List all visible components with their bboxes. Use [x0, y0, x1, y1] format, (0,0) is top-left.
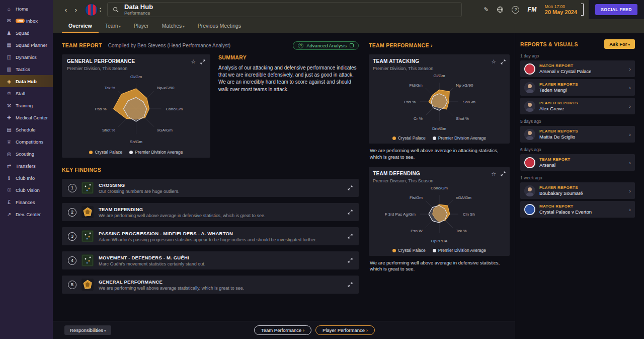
sidebar-item-finances[interactable]: £ Finances: [0, 196, 53, 208]
tab-overview[interactable]: Overview: [62, 19, 99, 33]
forward-button[interactable]: [71, 4, 81, 15]
report-name: Arsenal v Crystal Palace: [539, 69, 591, 74]
report-name: Boubakary Soumaré: [539, 190, 583, 196]
report-item-crystal-palace-v-everton[interactable]: MATCH REPORT Crystal Palace v Everton: [520, 201, 635, 218]
sidebar-item-competitions[interactable]: ♕ Competitions: [0, 135, 53, 148]
medical-icon: ✚: [6, 115, 13, 120]
key-finding-row[interactable]: 2 TEAM DEFENDING We are performing well …: [62, 203, 359, 221]
crystal-palace-crest-icon[interactable]: [85, 4, 98, 16]
title-bar: Data Hub Performance FM Mon 17:00 20 May…: [53, 0, 644, 19]
globe-icon[interactable]: [497, 6, 504, 13]
key-finding-row[interactable]: 4 MOVEMENT - DEFENDERS - M. GUÉHI Marc G…: [62, 251, 359, 269]
sidebar-item-dev-center[interactable]: ↗ Dev. Center: [0, 208, 53, 220]
card-title: TEAM ATTACKING: [373, 58, 419, 64]
key-finding-row[interactable]: 5 GENERAL PERFORMANCE We are performing …: [62, 276, 359, 294]
expand-icon[interactable]: [348, 185, 353, 190]
favourite-star-icon[interactable]: [191, 58, 196, 65]
card-subtitle: Premier Division, This Season: [373, 66, 506, 71]
club-info-icon: ℹ: [6, 175, 13, 181]
sidebar-item-label: Competitions: [16, 139, 43, 145]
expand-icon[interactable]: [348, 282, 353, 287]
sidebar-item-label: Club Vision: [16, 187, 40, 193]
report-item-alex-greive[interactable]: PLAYER REPORTS Alex Greive: [520, 98, 635, 114]
legend-item: Premier Division Average: [433, 248, 486, 253]
team-report-header: TEAM REPORT Compiled by Ben Stevens (Hea…: [62, 40, 359, 50]
help-icon[interactable]: [512, 6, 519, 14]
report-item-arsenal-v-crystal-palace[interactable]: MATCH REPORT Arsenal v Crystal Palace: [520, 60, 635, 77]
continue-date-button[interactable]: Mon 17:00 20 May 2024: [545, 4, 577, 15]
sidebar-item-label: Squad: [16, 30, 29, 36]
chevron-down-icon[interactable]: [100, 10, 101, 13]
report-item-teden-mengi[interactable]: PLAYER REPORTS Teden Mengi: [520, 79, 635, 96]
sidebar-item-inbox[interactable]: ✉ 150 Inbox: [0, 15, 53, 27]
sidebar-item-training[interactable]: ⚒ Training: [0, 99, 53, 111]
page-title-block: Data Hub Performance: [124, 4, 153, 16]
radar-thumbnail-icon: [82, 279, 94, 291]
reports-visuals-panel: REPORTS & VISUALS Ask For 1 day ago MATC…: [515, 33, 644, 339]
radar-axis-label: Conc/Gm: [431, 186, 448, 190]
sidebar-item-dynamics[interactable]: ◫ Dynamics: [0, 51, 53, 63]
title-search-field[interactable]: Data Hub Performance: [107, 2, 462, 17]
time-group-label: 1 week ago: [520, 175, 635, 180]
team-performance-header[interactable]: TEAM PERFORMANCE: [369, 40, 510, 50]
legend-dot-crystal-palace: [392, 137, 396, 140]
key-finding-row[interactable]: 3 PASSING PROGRESSION - MIDFIELDERS - A.…: [62, 227, 359, 245]
finding-desc: We are performing well above average in …: [99, 213, 266, 218]
sidebar-item-data-hub[interactable]: ◈ Data Hub: [0, 75, 53, 87]
report-kind: TEAM REPORT: [539, 157, 571, 162]
sidebar-item-club-vision[interactable]: ☉ Club Vision: [0, 184, 53, 196]
defending-note: We are performing well above average in …: [370, 260, 509, 273]
sidebar-item-tactics[interactable]: ▥ Tactics: [0, 63, 53, 75]
key-finding-row[interactable]: 1 CROSSING Our crossing numbers are huge…: [62, 179, 359, 197]
sidebar-item-scouting[interactable]: ◎ Scouting: [0, 148, 53, 160]
back-button[interactable]: [61, 4, 71, 15]
scouting-icon: ◎: [6, 151, 13, 157]
expand-icon[interactable]: [348, 210, 353, 215]
refresh-icon: [298, 43, 303, 48]
legend-label: Crystal Palace: [398, 135, 426, 141]
favourite-star-icon[interactable]: [491, 58, 496, 65]
report-kind: PLAYER REPORTS: [539, 82, 578, 87]
sidebar-item-label: Club Info: [16, 175, 35, 181]
tab-previous-meetings[interactable]: Previous Meetings: [191, 19, 248, 33]
report-item-mattia-de-sciglio[interactable]: PLAYER REPORTS Mattia De Sciglio: [520, 126, 635, 143]
footer-bar: Responsibilities Team Performance Player…: [53, 321, 515, 339]
screen-switcher[interactable]: [100, 7, 101, 13]
sidebar-item-medical-center[interactable]: ✚ Medical Center: [0, 111, 53, 123]
expand-icon[interactable]: [501, 171, 506, 176]
tab-matches[interactable]: Matches: [155, 19, 191, 33]
player-performance-button[interactable]: Player Performance: [315, 325, 375, 335]
sidebar-item-schedule[interactable]: ▤ Schedule: [0, 123, 53, 135]
sidebar-item-squad[interactable]: ♟ Squad: [0, 27, 53, 39]
finding-desc: Adam Wharton's passing progression stati…: [99, 237, 316, 242]
card-actions: [191, 58, 205, 65]
edit-icon[interactable]: [484, 6, 489, 13]
tab-team[interactable]: Team: [99, 19, 127, 33]
sidebar-item-squad-planner[interactable]: ▦ Squad Planner: [0, 39, 53, 51]
expand-icon[interactable]: [348, 258, 353, 263]
radar-axis-label: Cln Sh: [463, 212, 475, 217]
expand-icon[interactable]: [348, 234, 353, 239]
pitch-thumbnail-icon: [82, 254, 94, 266]
responsibilities-button[interactable]: Responsibilities: [64, 325, 111, 335]
sidebar-item-home[interactable]: ⌂ Home: [0, 3, 53, 15]
ask-for-button[interactable]: Ask For: [604, 39, 635, 49]
team-performance-button[interactable]: Team Performance: [254, 325, 311, 335]
report-item-arsenal[interactable]: TEAM REPORT Arsenal: [520, 154, 635, 171]
advanced-analysis-button[interactable]: Advanced Analysis: [293, 41, 359, 50]
team-performance-link[interactable]: TEAM PERFORMANCE: [369, 42, 433, 48]
expand-icon[interactable]: [200, 59, 205, 64]
social-feed-button[interactable]: SOCIAL FEED: [595, 4, 637, 15]
sidebar-item-club-info[interactable]: ℹ Club Info: [0, 172, 53, 184]
club-vision-icon: ☉: [6, 187, 13, 193]
finding-number: 5: [68, 281, 76, 289]
sidebar-item-transfers[interactable]: ⇄ Transfers: [0, 160, 53, 172]
favourite-star-icon[interactable]: [491, 171, 496, 177]
report-name: Teden Mengi: [539, 87, 578, 93]
expand-icon[interactable]: [501, 59, 506, 64]
sidebar-item-staff[interactable]: ♔ Staff: [0, 87, 53, 99]
tab-player[interactable]: Player: [127, 19, 155, 33]
report-item-boubakary-soumar[interactable]: PLAYER REPORTS Boubakary Soumaré: [520, 182, 635, 199]
finding-text: PASSING PROGRESSION - MIDFIELDERS - A. W…: [99, 231, 316, 242]
everton-crest-icon: [524, 204, 535, 215]
